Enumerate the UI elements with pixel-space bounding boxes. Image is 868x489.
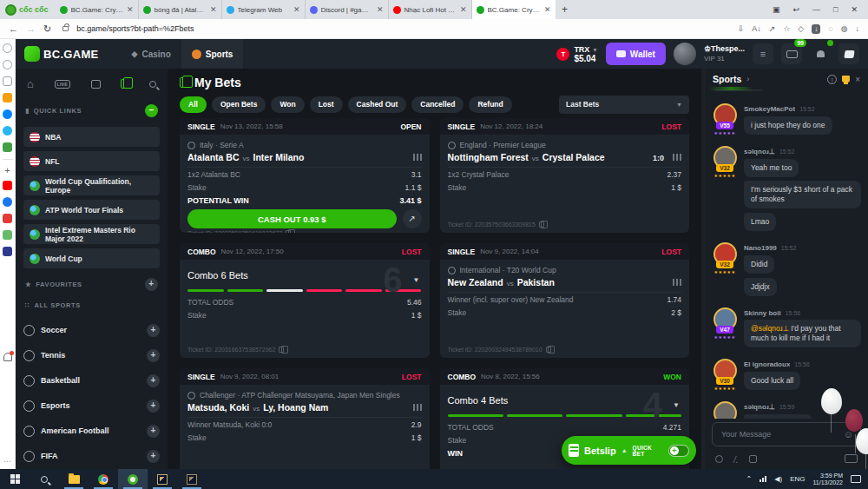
- tab-close-icon[interactable]: ✕: [544, 5, 551, 14]
- filter-pill[interactable]: Open Bets: [212, 96, 266, 113]
- copy-icon[interactable]: [286, 230, 291, 233]
- league-game-button[interactable]: [177, 469, 207, 489]
- chevron-right-icon[interactable]: ›: [746, 75, 749, 83]
- avatar[interactable]: [713, 401, 737, 419]
- sport-item[interactable]: Tennis +: [23, 346, 160, 365]
- trophy-icon[interactable]: [842, 76, 850, 83]
- chat-toggle-button[interactable]: [838, 43, 859, 64]
- filter-pill[interactable]: Cashed Out: [348, 96, 407, 113]
- menu-icon[interactable]: ≡: [753, 43, 773, 64]
- game-icon[interactable]: [3, 142, 12, 152]
- sidebar-bell-icon[interactable]: [3, 353, 12, 361]
- combo-header[interactable]: Combo 6 Bets 6 ▼: [187, 264, 422, 289]
- more-icon[interactable]: ⋯: [3, 457, 11, 466]
- bet-card[interactable]: SINGLE Nov 12, 2022, 18:24 LOST England …: [440, 118, 690, 233]
- home-icon[interactable]: ⌂: [27, 77, 34, 90]
- browser-tab[interactable]: Telegram Web ✕: [222, 0, 306, 19]
- notification-bell-icon[interactable]: ◌: [828, 24, 832, 33]
- stats-icon[interactable]: [413, 404, 422, 411]
- stats-icon[interactable]: [673, 279, 681, 286]
- taskbar-clock[interactable]: 3:59 PM11/13/2022: [812, 472, 843, 486]
- inbox-button[interactable]: 99: [781, 43, 802, 64]
- betslip-button[interactable]: Betslip ▲ QUICK BET: [562, 436, 696, 465]
- mention[interactable]: @səlqnoɹ⊥: [751, 324, 789, 333]
- share-bet-button[interactable]: ↗: [403, 209, 422, 228]
- live-icon[interactable]: LIVE: [55, 80, 70, 89]
- quick-link-item[interactable]: World Cup: [23, 248, 160, 268]
- share-icon[interactable]: ↗: [769, 24, 776, 33]
- browser-tab[interactable]: Nhạc Lofi Hot TikTok 2022 - ✕: [389, 0, 472, 19]
- search-icon[interactable]: [149, 81, 156, 88]
- tab-close-icon[interactable]: ✕: [460, 5, 467, 14]
- wallet-button[interactable]: Wallet: [606, 43, 666, 65]
- quick-link-item[interactable]: NBA: [23, 127, 160, 147]
- copy-icon[interactable]: [539, 221, 544, 228]
- sport-item[interactable]: Soccer +: [23, 320, 160, 340]
- stats-icon[interactable]: [413, 154, 422, 161]
- slash-command-icon[interactable]: /.: [733, 455, 739, 463]
- combo-header[interactable]: Combo 4 Bets 4 ▼: [448, 389, 682, 414]
- my-bets-icon[interactable]: [121, 79, 128, 89]
- sport-item[interactable]: FIFA +: [23, 446, 160, 466]
- url-text[interactable]: bc.game/sports?bt-path=%2Fbets: [76, 24, 729, 33]
- collapse-button[interactable]: –: [145, 104, 158, 117]
- sport-item[interactable]: Esports +: [23, 396, 160, 415]
- downloads-icon[interactable]: ↓: [856, 24, 860, 33]
- history-clock-icon[interactable]: [3, 60, 12, 69]
- gif-icon[interactable]: [845, 454, 858, 463]
- expand-sport-button[interactable]: +: [147, 374, 160, 387]
- league-client-button[interactable]: [148, 469, 177, 489]
- expand-sport-button[interactable]: +: [147, 400, 160, 413]
- chat-input-box[interactable]: ☺: [712, 422, 861, 446]
- sort-dropdown[interactable]: Last Bets ▼: [559, 96, 689, 114]
- chat-rules-icon[interactable]: !: [827, 75, 837, 84]
- forward-icon[interactable]: →: [26, 23, 36, 34]
- bet-card[interactable]: SINGLE Nov 9, 2022, 08:01 LOST Challenge…: [180, 368, 430, 469]
- chrome-button[interactable]: [89, 469, 118, 489]
- start-button[interactable]: [0, 469, 30, 489]
- tab-close-icon[interactable]: ✕: [210, 5, 217, 14]
- user-info[interactable]: ♔Thespe... VIP 31: [704, 44, 745, 63]
- sport-item[interactable]: Basketball +: [23, 371, 160, 390]
- reload-icon[interactable]: ↻: [43, 23, 51, 35]
- filter-pill[interactable]: Won: [271, 96, 304, 113]
- browser-tab[interactable]: Discord | #games | BC G ✕: [306, 0, 389, 19]
- filter-pill[interactable]: All: [180, 96, 207, 113]
- volume-icon[interactable]: ◀): [774, 475, 782, 483]
- taskbar-search-button[interactable]: [30, 469, 59, 489]
- action-center-icon[interactable]: [851, 475, 861, 483]
- facebook-icon[interactable]: [3, 197, 12, 207]
- sale-icon[interactable]: [3, 214, 12, 223]
- bet-card[interactable]: COMBO Nov 12, 2022, 17:50 LOST Combo 6 B…: [180, 243, 430, 358]
- chat-username[interactable]: Skinny boii: [744, 309, 781, 317]
- tab-close-icon[interactable]: ✕: [127, 5, 134, 14]
- network-icon[interactable]: [760, 476, 766, 482]
- coin-rain-icon[interactable]: [715, 455, 723, 463]
- shield-icon[interactable]: ◇: [798, 24, 804, 33]
- expand-sport-button[interactable]: +: [147, 425, 160, 438]
- browser-tab[interactable]: bóng đá | Atalanta x Interna ✕: [139, 0, 222, 19]
- chevron-down-icon[interactable]: ▼: [413, 276, 420, 284]
- bookmark-star-icon[interactable]: ☆: [783, 24, 790, 33]
- chat-username[interactable]: El ignoradoux: [744, 360, 790, 368]
- tab-close-icon[interactable]: ✕: [377, 5, 384, 14]
- copy-icon[interactable]: [279, 347, 284, 353]
- crown-reward-icon[interactable]: [3, 93, 12, 102]
- back-icon[interactable]: ←: [9, 23, 18, 34]
- messenger-icon[interactable]: [3, 109, 12, 119]
- filter-pill[interactable]: Lost: [310, 96, 343, 113]
- chat-input[interactable]: [720, 429, 838, 439]
- quick-bet-toggle[interactable]: [668, 445, 689, 457]
- browser-tab[interactable]: BC.Game: Crypto Casino Ga ✕: [56, 0, 139, 19]
- quick-link-item[interactable]: World Cup Qualification, Europe: [23, 175, 160, 195]
- app-icon[interactable]: [3, 247, 12, 256]
- bcgame-logo[interactable]: BC.GAME: [24, 46, 99, 62]
- nav-casino[interactable]: ◆ Casino: [122, 39, 181, 69]
- add-shortcut-icon[interactable]: +: [4, 167, 10, 174]
- settings-gear-icon[interactable]: [3, 43, 12, 53]
- quick-link-item[interactable]: ATP World Tour Finals: [23, 200, 160, 220]
- close-chat-icon[interactable]: ×: [855, 75, 860, 84]
- quick-link-item[interactable]: Intel Extreme Masters Rio Major 2022: [23, 224, 160, 244]
- chat-username[interactable]: SmokeyMacPot: [744, 105, 795, 113]
- tab-list-icon[interactable]: ↩: [792, 5, 799, 14]
